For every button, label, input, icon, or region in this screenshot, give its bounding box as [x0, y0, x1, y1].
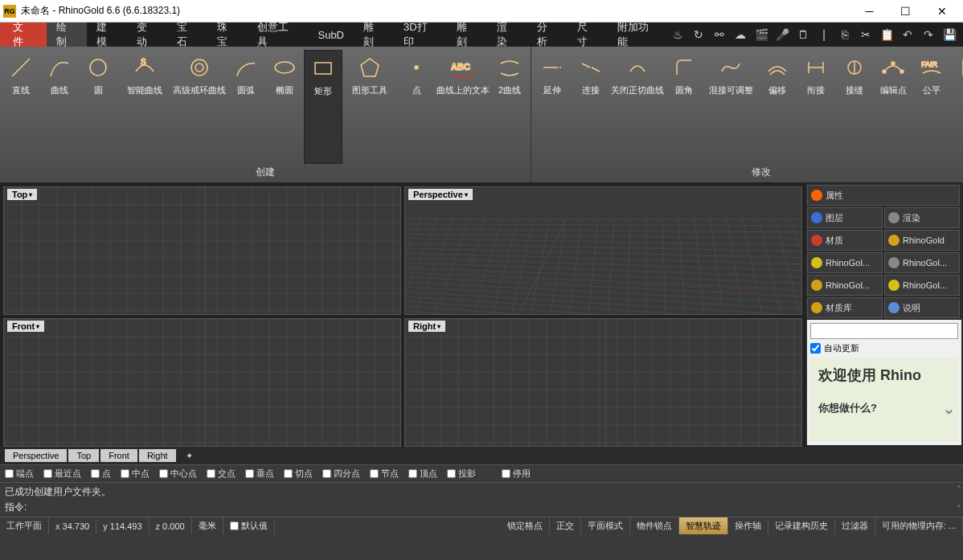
- tool-close-tangent[interactable]: 关闭正切曲线: [610, 50, 665, 164]
- status-unit[interactable]: 毫米: [192, 517, 223, 534]
- osnap-投影[interactable]: 投影: [447, 468, 476, 480]
- vp-tab-perspective[interactable]: Perspective: [5, 449, 67, 462]
- tool-line[interactable]: 直线: [2, 50, 40, 164]
- osnap-最近点[interactable]: 最近点: [43, 468, 81, 480]
- scroll-down-icon[interactable]: ˅: [957, 504, 961, 515]
- panel-tab-RhinoGol...[interactable]: RhinoGol...: [884, 275, 960, 296]
- close-button[interactable]: ✕: [924, 0, 960, 22]
- tool-two-curve[interactable]: 2曲线: [490, 50, 529, 164]
- status-操作轴[interactable]: 操作轴: [728, 517, 768, 534]
- tool-polygon[interactable]: 图形工具: [342, 50, 397, 164]
- tool-point[interactable]: 点: [397, 50, 436, 164]
- auto-update-checkbox[interactable]: 自动更新: [810, 342, 958, 354]
- menu-附加功能[interactable]: 附加功能: [608, 22, 669, 47]
- tool-edit-points[interactable]: 编辑点: [874, 50, 912, 164]
- tool-extend[interactable]: 延伸: [533, 50, 572, 164]
- status-过滤器[interactable]: 过滤器: [835, 517, 875, 534]
- menu-雕刻[interactable]: 雕刻: [354, 22, 394, 47]
- viewport-label[interactable]: Top ▾: [7, 189, 37, 200]
- menu-珠宝[interactable]: 珠宝: [207, 22, 248, 47]
- tool-circle[interactable]: 圆: [79, 50, 117, 164]
- tool-ring-curve[interactable]: 高级戒环曲线: [172, 50, 227, 164]
- tool-offset[interactable]: 偏移: [758, 50, 797, 164]
- panel-tab-属性[interactable]: 属性: [807, 185, 960, 206]
- panel-tab-RhinoGol...[interactable]: RhinoGol...: [807, 275, 883, 296]
- panel-tab-RhinoGold[interactable]: RhinoGold: [884, 230, 960, 251]
- status-plane[interactable]: 工作平面: [0, 517, 49, 534]
- tool-bridge[interactable]: 衔接: [797, 50, 835, 164]
- panel-tab-RhinoGol...[interactable]: RhinoGol...: [807, 252, 883, 273]
- vp-tab-right[interactable]: Right: [139, 449, 176, 462]
- osnap-中点[interactable]: 中点: [121, 468, 150, 480]
- osnap-中心点[interactable]: 中心点: [159, 468, 197, 480]
- menu-创意工具[interactable]: 创意工具: [248, 22, 309, 47]
- panel-tab-图层[interactable]: 图层: [807, 207, 883, 228]
- status-锁定格点[interactable]: 锁定格点: [501, 517, 550, 534]
- redo-icon[interactable]: ↷: [920, 26, 937, 43]
- maximize-button[interactable]: ☐: [887, 0, 924, 22]
- rotate-icon[interactable]: ↻: [690, 26, 707, 43]
- cut-icon[interactable]: ✂: [857, 26, 875, 43]
- viewport-perspective[interactable]: Perspective ▾: [404, 186, 802, 315]
- panel-tab-材质库[interactable]: 材质库: [807, 297, 883, 318]
- tool-layout[interactable]: 布: [951, 50, 963, 164]
- command-line[interactable]: 已成功创建用户文件夹。 指令: ˄ ˅: [0, 482, 963, 517]
- panel-tab-RhinoGol...[interactable]: RhinoGol...: [884, 252, 960, 273]
- menu-变动[interactable]: 变动: [127, 22, 167, 47]
- menu-SubD[interactable]: SubD: [308, 22, 354, 47]
- status-平面模式[interactable]: 平面模式: [581, 517, 630, 534]
- tool-seam[interactable]: 接缝: [835, 50, 874, 164]
- status-default[interactable]: 默认值: [223, 517, 275, 534]
- panel-tab-材质[interactable]: 材质: [807, 230, 883, 251]
- viewport-top[interactable]: Top ▾: [3, 186, 401, 315]
- tool-rectangle[interactable]: 矩形: [304, 50, 342, 164]
- osnap-垂点[interactable]: 垂点: [245, 468, 274, 480]
- menu-渲染[interactable]: 渲染: [487, 22, 527, 47]
- paste-icon[interactable]: 📋: [878, 26, 895, 43]
- search-input[interactable]: [810, 323, 958, 339]
- menu-3D打印[interactable]: 3D打印: [394, 22, 448, 47]
- tool-arc[interactable]: 圆弧: [227, 50, 265, 164]
- status-物件锁点[interactable]: 物件锁点: [630, 517, 679, 534]
- flame-icon[interactable]: ♨: [669, 26, 686, 43]
- vp-tab-top[interactable]: Top: [68, 449, 99, 462]
- osnap-顶点[interactable]: 顶点: [408, 468, 437, 480]
- menu-分析[interactable]: 分析: [527, 22, 568, 47]
- osnap-端点[interactable]: 端点: [5, 468, 34, 480]
- link-icon[interactable]: ⚯: [711, 26, 728, 43]
- tool-fillet[interactable]: 圆角: [665, 50, 703, 164]
- panel-tab-渲染[interactable]: 渲染: [884, 207, 960, 228]
- menu-建模[interactable]: 建模: [87, 22, 127, 47]
- chevron-down-icon[interactable]: ⌄: [943, 400, 955, 418]
- osnap-点[interactable]: 点: [91, 468, 111, 480]
- copy-icon[interactable]: ⎘: [836, 26, 854, 43]
- viewport-label[interactable]: Front ▾: [7, 321, 44, 332]
- tool-blend-adjust[interactable]: 混接可调整: [703, 50, 758, 164]
- add-viewport-button[interactable]: ✦: [178, 449, 201, 463]
- osnap-节点[interactable]: 节点: [370, 468, 399, 480]
- save-icon[interactable]: 💾: [940, 26, 958, 43]
- tool-curve[interactable]: 曲线: [40, 50, 79, 164]
- osnap-四分点[interactable]: 四分点: [322, 468, 360, 480]
- osnap-交点[interactable]: 交点: [207, 468, 236, 480]
- viewport-front[interactable]: Front ▾: [3, 318, 401, 447]
- tool-smart-curve[interactable]: S智能曲线: [117, 50, 172, 164]
- mic-icon[interactable]: 🎤: [773, 26, 791, 43]
- menu-雕刻[interactable]: 雕刻: [447, 22, 487, 47]
- tool-connect[interactable]: 连接: [572, 50, 610, 164]
- cloud-icon[interactable]: ☁: [731, 26, 749, 43]
- viewport-label[interactable]: Right ▾: [408, 321, 445, 332]
- note-icon[interactable]: 🗒: [794, 26, 812, 43]
- viewport-label[interactable]: Perspective ▾: [408, 189, 473, 200]
- status-正交[interactable]: 正交: [550, 517, 581, 534]
- undo-icon[interactable]: ↶: [899, 26, 916, 43]
- tool-ellipse[interactable]: 椭圆: [265, 50, 304, 164]
- tool-text-on-curve[interactable]: ABC曲线上的文本: [436, 50, 490, 164]
- status-记录建构历史[interactable]: 记录建构历史: [768, 517, 835, 534]
- scroll-up-icon[interactable]: ˄: [957, 484, 961, 496]
- panel-tab-说明[interactable]: 说明: [884, 297, 960, 318]
- menu-绘制[interactable]: 绘制: [47, 22, 87, 47]
- osnap-停用[interactable]: 停用: [502, 468, 531, 480]
- minimize-button[interactable]: ─: [851, 0, 887, 22]
- vp-tab-front[interactable]: Front: [100, 449, 137, 462]
